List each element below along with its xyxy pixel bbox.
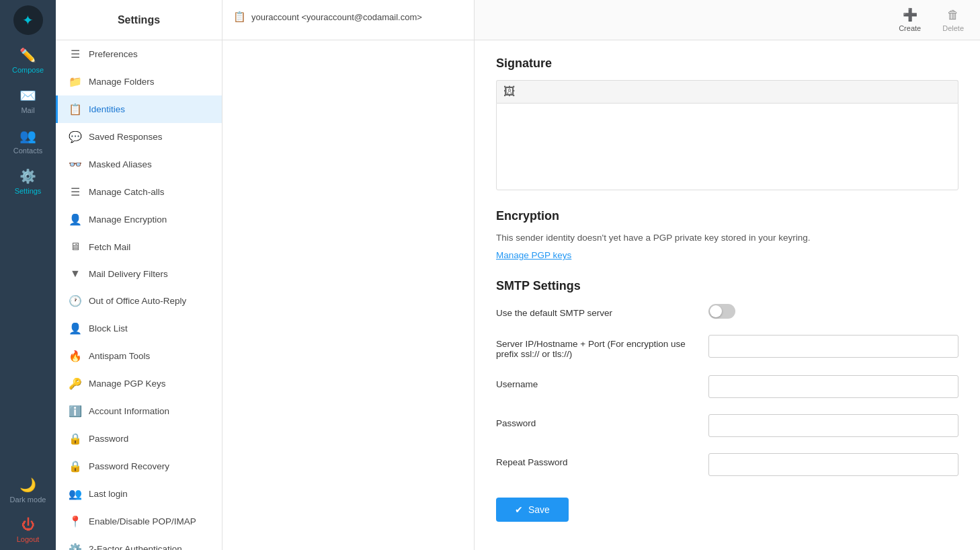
mail-delivery-filters-icon: ▼ (69, 268, 82, 280)
nav-label-mail: Mail (21, 106, 34, 114)
create-button[interactable]: ➕ Create (899, 7, 921, 32)
account-row[interactable]: 📋 youraccount <youraccount@codamail.com> (222, 0, 474, 34)
encryption-section: Encryption This sender identity doesn't … (496, 209, 958, 260)
smtp-repeat-password-row: Repeat Password (496, 453, 958, 481)
sidebar-item-manage-encryption[interactable]: 👤 Manage Encryption (56, 206, 222, 233)
smtp-server-input[interactable] (708, 335, 958, 358)
middle-panel-header: 📋 youraccount <youraccount@codamail.com> (222, 0, 474, 40)
sidebar-label-password: Password (89, 434, 128, 444)
signature-editor[interactable] (496, 103, 958, 190)
compose-icon: ✏️ (19, 47, 36, 63)
sidebar-item-enable-pop-imap[interactable]: 📍 Enable/Disable POP/IMAP (56, 508, 222, 535)
sidebar-label-antispam-tools: Antispam Tools (89, 351, 150, 361)
fetch-mail-icon: 🖥 (69, 241, 82, 253)
account-information-icon: ℹ️ (69, 405, 82, 418)
sidebar-item-block-list[interactable]: 👤 Block List (56, 315, 222, 342)
sidebar-item-2fa[interactable]: ⚙️ 2-Factor Authentication (56, 535, 222, 550)
smtp-server-row: Server IP/Hostname + Port (For encryptio… (496, 335, 958, 364)
settings-menu: ☰ Preferences 📁 Manage Folders 📋 Identit… (56, 40, 222, 550)
smtp-username-input[interactable] (708, 375, 958, 398)
sidebar-item-masked-aliases[interactable]: 👓 Masked Aliases (56, 151, 222, 178)
saved-responses-icon: 💬 (69, 130, 82, 143)
smtp-username-row: Username (496, 375, 958, 403)
sidebar-item-identities[interactable]: 📋 Identities (56, 95, 222, 123)
sidebar-item-last-login[interactable]: 👥 Last login (56, 480, 222, 508)
sidebar-item-preferences[interactable]: ☰ Preferences (56, 40, 222, 68)
out-of-office-icon: 🕐 (69, 294, 82, 307)
sidebar-item-mail-delivery-filters[interactable]: ▼ Mail Delivery Filters (56, 260, 222, 287)
smtp-username-label: Username (496, 375, 698, 389)
sidebar-item-saved-responses[interactable]: 💬 Saved Responses (56, 123, 222, 151)
manage-pgp-keys-link[interactable]: Manage PGP keys (496, 250, 571, 260)
sidebar-item-password[interactable]: 🔒 Password (56, 425, 222, 453)
manage-encryption-icon: 👤 (69, 213, 82, 226)
settings-icon: ⚙️ (19, 168, 36, 184)
encryption-description: This sender identity doesn't yet have a … (496, 233, 958, 243)
sidebar-label-fetch-mail: Fetch Mail (89, 242, 130, 252)
delete-button[interactable]: 🗑 Delete (942, 8, 964, 32)
signature-title: Signature (496, 56, 958, 71)
smtp-repeat-password-input[interactable] (708, 453, 958, 476)
logout-icon: ⏻ (22, 517, 35, 533)
nav-item-logout[interactable]: ⏻ Logout (0, 510, 56, 550)
signature-toolbar: 🖼 (496, 80, 958, 103)
smtp-default-toggle-row: Use the default SMTP server (496, 304, 958, 324)
smtp-default-toggle[interactable] (708, 304, 735, 319)
sidebar-item-out-of-office[interactable]: 🕐 Out of Office Auto-Reply (56, 287, 222, 315)
sidebar-item-password-recovery[interactable]: 🔒 Password Recovery (56, 453, 222, 480)
smtp-password-input[interactable] (708, 414, 958, 437)
sidebar-label-2fa: 2-Factor Authentication (89, 544, 182, 550)
last-login-icon: 👥 (69, 487, 82, 500)
smtp-password-label: Password (496, 414, 698, 428)
nav-label-settings: Settings (15, 187, 42, 195)
create-label: Create (899, 24, 921, 32)
app-logo[interactable] (0, 0, 56, 40)
sidebar-item-manage-folders[interactable]: 📁 Manage Folders (56, 68, 222, 95)
sidebar-item-account-information[interactable]: ℹ️ Account Information (56, 397, 222, 425)
sidebar-label-password-recovery: Password Recovery (89, 461, 169, 471)
nav-item-settings[interactable]: ⚙️ Settings (0, 161, 56, 202)
dark-mode-icon: 🌙 (19, 477, 36, 493)
nav-item-compose[interactable]: ✏️ Compose (0, 40, 56, 81)
nav-item-dark-mode[interactable]: 🌙 Dark mode (0, 470, 56, 510)
sidebar-label-preferences: Preferences (89, 49, 138, 59)
password-icon: 🔒 (69, 432, 82, 445)
nav-label-contacts: Contacts (13, 147, 42, 155)
2fa-icon: ⚙️ (69, 543, 82, 550)
sidebar-label-manage-folders: Manage Folders (89, 77, 155, 87)
sidebar-label-saved-responses: Saved Responses (89, 132, 163, 142)
middle-panel: 📋 youraccount <youraccount@codamail.com> (222, 0, 475, 550)
sidebar-item-manage-catch-alls[interactable]: ☰ Manage Catch-alls (56, 178, 222, 206)
main-content: ➕ Create 🗑 Delete Signature 🖼 Encryption… (475, 0, 980, 550)
nav-label-compose: Compose (12, 66, 44, 74)
account-label: youraccount <youraccount@codamail.com> (251, 12, 422, 22)
manage-pgp-keys-icon: 🔑 (69, 377, 82, 390)
enable-pop-imap-icon: 📍 (69, 515, 82, 528)
sidebar-item-manage-pgp-keys[interactable]: 🔑 Manage PGP Keys (56, 370, 222, 397)
nav-label-dark-mode: Dark mode (10, 496, 46, 504)
smtp-server-label: Server IP/Hostname + Port (For encryptio… (496, 335, 698, 359)
sidebar-label-account-information: Account Information (89, 406, 169, 416)
masked-aliases-icon: 👓 (69, 158, 82, 171)
smtp-title: SMTP Settings (496, 279, 958, 293)
smtp-repeat-password-label: Repeat Password (496, 453, 698, 467)
nav-label-logout: Logout (17, 535, 40, 543)
logo-circle (13, 5, 43, 35)
nav-item-contacts[interactable]: 👥 Contacts (0, 121, 56, 161)
settings-sidebar: Settings ☰ Preferences 📁 Manage Folders … (56, 0, 222, 550)
settings-header: Settings (56, 0, 222, 40)
encryption-title: Encryption (496, 209, 958, 223)
smtp-default-toggle-wrap (708, 304, 735, 319)
save-button[interactable]: ✔ Save (496, 498, 569, 522)
nav-item-mail[interactable]: ✉️ Mail (0, 81, 56, 121)
password-recovery-icon: 🔒 (69, 460, 82, 473)
manage-catch-alls-icon: ☰ (69, 186, 82, 198)
sidebar-item-antispam-tools[interactable]: 🔥 Antispam Tools (56, 342, 222, 370)
delete-icon: 🗑 (947, 8, 959, 22)
preferences-icon: ☰ (69, 48, 82, 61)
identities-icon: 📋 (69, 103, 82, 116)
smtp-section: SMTP Settings Use the default SMTP serve… (496, 279, 958, 522)
sidebar-item-fetch-mail[interactable]: 🖥 Fetch Mail (56, 233, 222, 260)
mail-icon: ✉️ (19, 87, 36, 104)
settings-title: Settings (118, 14, 160, 26)
